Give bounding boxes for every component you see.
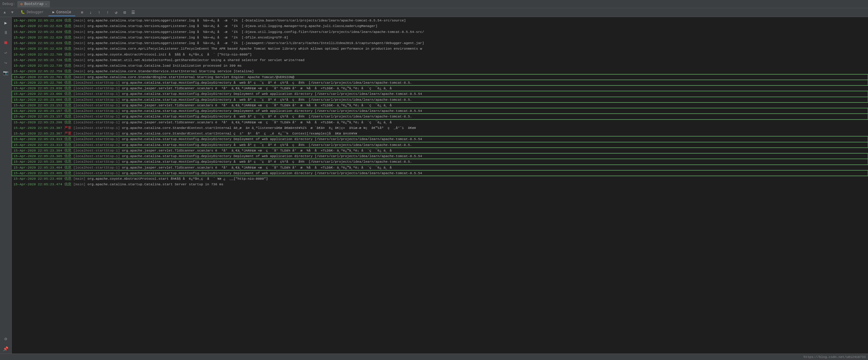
log-thread: [localhost-startStop-1] xyxy=(73,120,122,125)
log-line: 15-Apr-2020 22:05:23.157 信息 [localhost-s… xyxy=(12,108,868,113)
scroll-down-button[interactable]: ▼ xyxy=(9,9,16,16)
sidebar-pin-icon[interactable]: 📌 xyxy=(1,344,10,354)
log-text: org.apache.catalina.startup.HostConfig.d… xyxy=(122,154,422,159)
log-text: org.apache.catalina.startup.VersionLogge… xyxy=(88,29,424,34)
log-text: org.apache.jasper.servlet.TldScanner.sca… xyxy=(122,148,392,153)
toolbar-btn-menu[interactable]: ☰ xyxy=(129,9,137,17)
log-line: 15-Apr-2020 22:05:23.038 信息 [localhost-s… xyxy=(12,86,868,91)
toolbar-btn-up2[interactable]: ↑ xyxy=(104,9,112,17)
log-timestamp: 15-Apr-2020 22:05:23.066 xyxy=(13,97,64,102)
log-text: org.apache.catalina.startup.HostConfig.d… xyxy=(122,142,412,148)
log-level: 信息 xyxy=(64,159,73,164)
log-level: 信息 xyxy=(64,86,73,91)
log-thread: [localhost-startStop-1] xyxy=(73,148,122,153)
debugger-icon: 🐛 xyxy=(21,10,25,14)
log-thread: [main] xyxy=(73,176,87,181)
close-tab-button[interactable]: ✕ xyxy=(45,2,47,6)
log-level: 信息 xyxy=(64,80,73,85)
log-thread: [localhost-startStop-1] xyxy=(73,154,122,159)
log-level: 信息 xyxy=(64,148,73,153)
log-timestamp: 15-Apr-2020 22:05:23.298 xyxy=(13,120,64,125)
log-level: 信息 xyxy=(64,165,73,170)
log-timestamp: 15-Apr-2020 22:05:22.620 xyxy=(13,29,64,34)
log-line: 15-Apr-2020 22:05:22.709 信息 [main] org.a… xyxy=(12,52,868,57)
log-text: org.apache.catalina.startup.HostConfig.d… xyxy=(122,108,422,113)
log-text: org.apache.catalina.startup.HostConfig.d… xyxy=(122,171,422,175)
log-line: 15-Apr-2020 22:05:22.761 信息 [main] org.a… xyxy=(12,74,868,80)
log-text: org.apache.catalina.startup.HostConfig.d… xyxy=(122,97,412,102)
sidebar-forward-icon[interactable]: ↪ xyxy=(1,58,10,68)
scroll-up-button[interactable]: ▲ xyxy=(1,9,8,16)
sidebar-back-icon[interactable]: ↩ xyxy=(1,48,10,58)
status-url: https://blog.csdn.net/u012410733 xyxy=(804,355,866,359)
log-level: 信息 xyxy=(64,136,73,141)
log-text: org.apache.catalina.core.AprLifecycleLis… xyxy=(88,46,422,51)
log-timestamp: 15-Apr-2020 22:05:22.786 xyxy=(13,80,64,85)
sidebar-stop-icon[interactable]: ⏹ xyxy=(1,38,10,47)
log-text: org.apache.jasper.servlet.TldScanner.sca… xyxy=(122,165,392,170)
log-timestamp: 15-Apr-2020 22:05:22.761 xyxy=(13,74,64,79)
debug-label: Debug: xyxy=(2,2,15,6)
toolbar-btn-1[interactable]: ≡ xyxy=(78,9,86,17)
log-text: org.apache.catalina.startup.HostConfig.d… xyxy=(122,159,412,164)
log-timestamp: 15-Apr-2020 22:05:22.620 xyxy=(13,40,64,45)
log-thread: [main] xyxy=(73,74,87,79)
log-text: org.apache.catalina.startup.Catalina.sta… xyxy=(88,182,223,187)
toolbar-btn-grid[interactable]: ⊡ xyxy=(121,9,128,17)
log-line: 15-Apr-2020 22:05:22.728 信息 [main] org.a… xyxy=(12,57,868,63)
log-text: org.apache.catalina.startup.Catalina.loa… xyxy=(88,63,242,68)
log-thread: [main] xyxy=(73,63,87,68)
console-output[interactable]: 15-Apr-2020 22:05:22.620 信息 [main] org.a… xyxy=(12,17,868,354)
log-line: 15-Apr-2020 22:05:22.620 信息 [main] org.a… xyxy=(12,18,868,23)
log-line: 15-Apr-2020 22:05:23.157 信息 [localhost-s… xyxy=(12,113,868,119)
log-line: 15-Apr-2020 22:05:23.313 信息 [localhost-s… xyxy=(12,136,868,142)
log-line: 15-Apr-2020 22:05:22.620 信息 [main] org.a… xyxy=(12,29,868,35)
log-level: 信息 xyxy=(64,46,73,51)
log-level: 信息 xyxy=(64,120,73,125)
sidebar-run-icon[interactable]: ▶ xyxy=(1,18,10,28)
toolbar-btn-down[interactable]: ↓ xyxy=(87,9,94,17)
log-line: 15-Apr-2020 22:05:23.066 信息 [localhost-s… xyxy=(12,97,868,102)
tab-label: Bootstrap xyxy=(24,2,43,6)
sidebar-pause-icon[interactable]: ⏸ xyxy=(1,28,10,38)
log-line: 15-Apr-2020 22:05:23.465 信息 [localhost-s… xyxy=(12,170,868,176)
log-level: 信息 xyxy=(64,24,73,29)
log-level: 信息 xyxy=(64,182,73,187)
log-text: org.apache.coyote.AbstractProtocol.init … xyxy=(88,52,252,57)
log-timestamp: 15-Apr-2020 22:05:23.464 xyxy=(13,165,64,170)
log-thread: [localhost-startStop-1] xyxy=(73,131,122,136)
log-timestamp: 15-Apr-2020 22:05:22.709 xyxy=(13,52,64,57)
log-thread: [localhost-startStop-1] xyxy=(73,108,122,113)
sidebar-settings-icon[interactable]: ⚙ xyxy=(1,334,10,343)
log-line: 15-Apr-2020 22:05:23.298 信息 [localhost-s… xyxy=(12,120,868,125)
log-level: 信息 xyxy=(64,171,73,175)
console-icon: ▶ xyxy=(53,10,55,14)
tab-console[interactable]: ▶ Console xyxy=(49,9,75,16)
sidebar-camera-icon[interactable]: 📷 xyxy=(1,68,10,77)
log-text: org.apache.tomcat.util.net.NioSelectorPo… xyxy=(88,58,304,63)
log-line: 15-Apr-2020 22:05:23.385 信息 [localhost-s… xyxy=(12,153,868,159)
log-timestamp: 15-Apr-2020 22:05:22.620 xyxy=(13,35,64,40)
log-timestamp: 15-Apr-2020 22:05:23.157 xyxy=(13,108,64,113)
toolbar-btn-refresh[interactable]: ↺ xyxy=(112,9,120,17)
log-text: org.apache.catalina.startup.VersionLogge… xyxy=(88,24,378,29)
log-text: org.apache.coyote.AbstractProtocol.start… xyxy=(88,176,268,181)
title-tab-bootstrap[interactable]: ⚙ Bootstrap ✕ xyxy=(17,1,50,7)
log-timestamp: 15-Apr-2020 22:05:22.620 xyxy=(13,24,64,29)
toolbar-btn-up[interactable]: ↑ xyxy=(95,9,103,17)
log-level: 信息 xyxy=(64,142,73,148)
log-text: org.apache.catalina.startup.HostConfig.d… xyxy=(122,91,422,96)
log-level: 信息 xyxy=(64,58,73,63)
log-thread: [localhost-startStop-1] xyxy=(73,136,122,141)
log-line: 15-Apr-2020 22:05:23.468 信息 [main] org.a… xyxy=(12,176,868,182)
log-text: org.apache.catalina.startup.HostConfig.d… xyxy=(122,136,422,141)
log-level: 信息 xyxy=(64,114,73,119)
log-thread: [localhost-startStop-1] xyxy=(73,103,122,108)
log-timestamp: 15-Apr-2020 22:05:23.384 xyxy=(13,148,64,153)
log-level: 信息 xyxy=(64,154,73,159)
log-line: 15-Apr-2020 22:05:22.620 信息 [main] org.a… xyxy=(12,40,868,46)
tab-debugger[interactable]: 🐛 Debugger xyxy=(17,9,48,16)
status-bar: https://blog.csdn.net/u012410733 xyxy=(0,354,868,360)
log-level: 严重 xyxy=(64,131,73,136)
log-line: 15-Apr-2020 22:05:23.313 信息 [localhost-s… xyxy=(12,142,868,148)
